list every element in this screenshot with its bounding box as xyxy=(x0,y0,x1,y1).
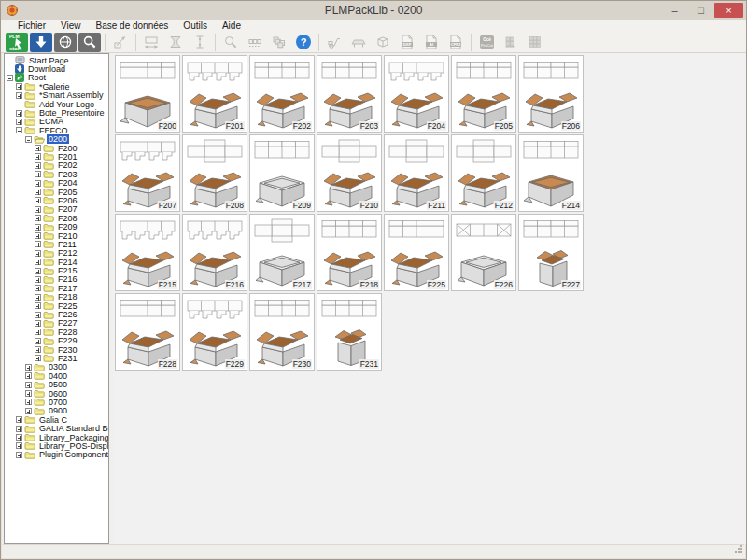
tree-item-f215[interactable]: F215 xyxy=(5,266,108,274)
tree-item-f212[interactable]: F212 xyxy=(5,249,108,258)
tree-item-galia-standard-box[interactable]: GALIA Standard Box xyxy=(5,424,108,432)
expand-icon[interactable] xyxy=(35,320,41,327)
tree-item-f211[interactable]: F211 xyxy=(5,240,108,248)
tree-item-library-pos-display-1[interactable]: Library_POS-Display_1 xyxy=(5,441,108,450)
collapse-icon[interactable] xyxy=(16,127,22,133)
expand-icon[interactable] xyxy=(35,153,41,160)
thumbnail-f212[interactable]: F212 xyxy=(451,134,516,212)
thumbnail-f228[interactable]: F228 xyxy=(115,293,180,371)
tree-item-f210[interactable]: F210 xyxy=(5,231,108,240)
expand-icon[interactable] xyxy=(35,259,41,265)
tree-item-add-your-logo[interactable]: Add Your Logo xyxy=(5,100,108,108)
tree-item-download[interactable]: Download xyxy=(5,64,108,73)
thumbnail-f204[interactable]: F204 xyxy=(384,55,449,133)
thumbnail-f231[interactable]: F231 xyxy=(317,293,382,371)
expand-icon[interactable] xyxy=(35,268,41,274)
expand-icon[interactable] xyxy=(16,452,22,458)
thumbnail-f229[interactable]: F229 xyxy=(182,293,247,371)
menu-item-outils[interactable]: Outils xyxy=(176,21,215,31)
expand-icon[interactable] xyxy=(35,355,41,361)
menu-item-view[interactable]: View xyxy=(53,21,89,31)
tree-item-f229[interactable]: F229 xyxy=(5,337,108,345)
expand-icon[interactable] xyxy=(35,232,41,239)
thumbnail-f208[interactable]: F208 xyxy=(182,134,247,212)
expand-icon[interactable] xyxy=(35,294,41,301)
thumbnail-f218[interactable]: F218 xyxy=(317,214,382,291)
expand-icon[interactable] xyxy=(35,224,41,231)
expand-icon[interactable] xyxy=(35,215,41,221)
thumbnail-f206[interactable]: F206 xyxy=(518,55,584,133)
expand-icon[interactable] xyxy=(16,426,22,432)
thumbnail-f200[interactable]: F200 xyxy=(115,55,180,133)
expand-icon[interactable] xyxy=(35,189,41,195)
expand-icon[interactable] xyxy=(35,162,41,169)
tree-item-f206[interactable]: F206 xyxy=(5,196,108,204)
tree-item-f201[interactable]: F201 xyxy=(5,152,108,161)
plm-start-button[interactable]: PLMstart xyxy=(6,33,28,52)
expand-icon[interactable] xyxy=(35,171,41,177)
thumbnail-f214[interactable]: F214 xyxy=(518,134,584,212)
thumbnail-f203[interactable]: F203 xyxy=(317,55,382,133)
thumbnail-f201[interactable]: F201 xyxy=(182,55,247,133)
tree-item-library-packaging-1[interactable]: Library_Packaging_1 xyxy=(5,433,108,441)
tree-item-f205[interactable]: F205 xyxy=(5,188,108,196)
library-tree[interactable]: Start PageDownloadRoot*Galerie*Smart Ass… xyxy=(4,53,109,544)
maximize-button[interactable]: □ xyxy=(688,3,713,18)
help-button[interactable]: ? xyxy=(292,33,315,52)
tree-item-f203[interactable]: F203 xyxy=(5,170,108,178)
thumbnail-f205[interactable]: F205 xyxy=(451,55,516,133)
thumbnail-f217[interactable]: F217 xyxy=(249,214,315,291)
expand-icon[interactable] xyxy=(35,145,41,151)
tree-item-0900[interactable]: 0900 xyxy=(5,407,108,415)
tree-item-bote-presentoire[interactable]: Bote_Presentoire xyxy=(5,108,108,117)
tree-item-f208[interactable]: F208 xyxy=(5,214,108,222)
expand-icon[interactable] xyxy=(35,285,41,291)
tree-item-f231[interactable]: F231 xyxy=(5,354,108,362)
tree-item-0300[interactable]: 0300 xyxy=(5,363,108,371)
expand-icon[interactable] xyxy=(35,302,41,309)
thumbnail-f202[interactable]: F202 xyxy=(249,55,315,133)
expand-icon[interactable] xyxy=(35,180,41,187)
thumbnail-f230[interactable]: F230 xyxy=(249,293,315,371)
expand-icon[interactable] xyxy=(16,92,22,99)
tree-item-f207[interactable]: F207 xyxy=(5,205,108,214)
collapse-icon[interactable] xyxy=(7,75,13,81)
tree-item-f200[interactable]: F200 xyxy=(5,144,108,152)
expand-icon[interactable] xyxy=(35,276,41,283)
expand-icon[interactable] xyxy=(16,442,22,449)
expand-icon[interactable] xyxy=(25,390,32,397)
expand-icon[interactable] xyxy=(35,241,41,247)
tree-item-plugin-components[interactable]: Plugin Components xyxy=(5,451,108,459)
expand-icon[interactable] xyxy=(25,382,32,388)
search-button[interactable] xyxy=(78,33,101,52)
expand-icon[interactable] xyxy=(25,408,32,414)
thumbnail-f227[interactable]: F227 xyxy=(518,214,584,291)
tree-item-0600[interactable]: 0600 xyxy=(5,389,108,398)
tree-item-0200[interactable]: 0200 xyxy=(5,135,108,144)
expand-icon[interactable] xyxy=(35,329,41,335)
tree-item-start-page[interactable]: Start Page xyxy=(5,56,108,64)
tree-item-f227[interactable]: F227 xyxy=(5,319,108,328)
tree-item-label[interactable]: Plugin Components xyxy=(37,450,109,459)
expand-icon[interactable] xyxy=(25,372,32,379)
tree-item-galerie[interactable]: *Galerie xyxy=(5,82,108,91)
tree-item-galia-c[interactable]: Galia C xyxy=(5,415,108,424)
thumbnail-f226[interactable]: F226 xyxy=(451,214,516,291)
thumbnail-f225[interactable]: F225 xyxy=(384,214,449,291)
expand-icon[interactable] xyxy=(16,434,22,441)
expand-icon[interactable] xyxy=(35,312,41,318)
expand-icon[interactable] xyxy=(25,399,32,405)
tree-item-f230[interactable]: F230 xyxy=(5,345,108,354)
thumbnail-f210[interactable]: F210 xyxy=(317,134,382,212)
tree-item-f218[interactable]: F218 xyxy=(5,293,108,301)
thumbnail-f211[interactable]: F211 xyxy=(384,134,449,212)
expand-icon[interactable] xyxy=(16,83,22,90)
thumbnail-f207[interactable]: F207 xyxy=(115,134,180,212)
tree-item-f228[interactable]: F228 xyxy=(5,328,108,336)
tree-item-f217[interactable]: F217 xyxy=(5,284,108,292)
tree-item-f225[interactable]: F225 xyxy=(5,301,108,310)
minimize-button[interactable]: – xyxy=(662,3,687,18)
tree-item-f204[interactable]: F204 xyxy=(5,178,108,187)
expand-icon[interactable] xyxy=(16,119,22,125)
collapse-icon[interactable] xyxy=(25,136,32,143)
